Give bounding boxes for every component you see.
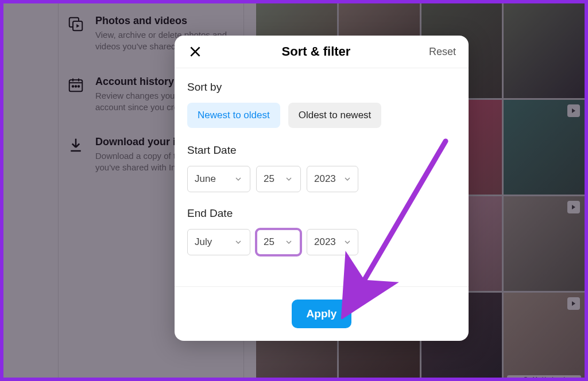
sort-filter-modal: Sort & filter Reset Sort by Newest to ol… (175, 36, 469, 341)
reset-button[interactable]: Reset (429, 46, 456, 58)
chevron-down-icon (284, 238, 293, 247)
sort-newest-chip[interactable]: Newest to oldest (187, 103, 280, 128)
modal-footer: Apply (175, 286, 469, 341)
end-month-value: July (195, 236, 212, 248)
start-day-select[interactable]: 25 (256, 166, 301, 192)
modal-body: Sort by Newest to oldest Oldest to newes… (175, 68, 469, 286)
end-date-label: End Date (187, 207, 456, 220)
sort-options-row: Newest to oldest Oldest to newest (187, 103, 456, 128)
modal-title: Sort & filter (282, 44, 351, 59)
end-day-select[interactable]: 25 (256, 229, 301, 255)
modal-header: Sort & filter Reset (175, 36, 469, 68)
sort-oldest-chip[interactable]: Oldest to newest (288, 103, 382, 128)
chevron-down-icon (284, 174, 293, 184)
end-month-select[interactable]: July (187, 229, 250, 255)
start-date-label: Start Date (187, 144, 456, 157)
start-date-row: June 25 2023 (187, 166, 456, 192)
end-year-select[interactable]: 2023 (307, 229, 358, 255)
start-year-value: 2023 (314, 173, 336, 185)
start-day-value: 25 (264, 173, 274, 185)
chevron-down-icon (234, 238, 243, 247)
end-year-value: 2023 (314, 236, 336, 248)
chevron-down-icon (343, 174, 352, 184)
chevron-down-icon (343, 238, 352, 247)
start-month-select[interactable]: June (187, 166, 250, 192)
chevron-down-icon (234, 174, 243, 184)
start-year-select[interactable]: 2023 (307, 166, 358, 192)
start-month-value: June (195, 173, 216, 185)
end-date-row: July 25 2023 (187, 229, 456, 255)
sort-by-label: Sort by (187, 81, 456, 94)
close-icon[interactable] (187, 44, 203, 60)
end-day-value: 25 (264, 236, 274, 248)
apply-button[interactable]: Apply (292, 300, 352, 328)
app-frame: Photos and videos View, archive or delet… (3, 3, 585, 378)
